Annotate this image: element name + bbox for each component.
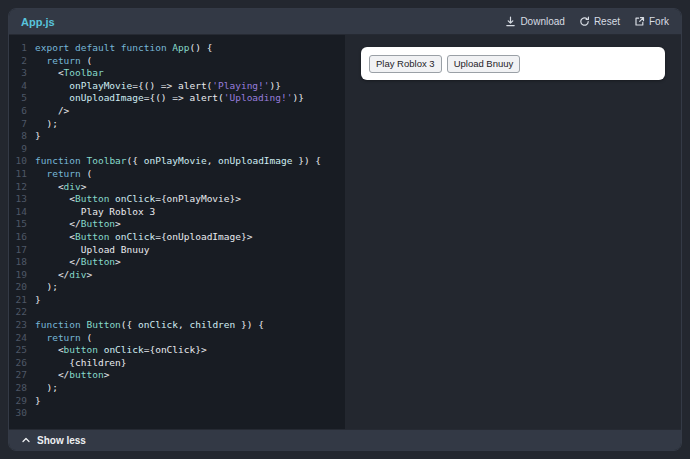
code-text: {children} [27,357,127,370]
reset-label: Reset [594,16,620,27]
code-text: ); [27,118,58,131]
code-line: 20 ); [9,281,345,294]
code-editor[interactable]: 1export default function App() {2 return… [9,35,345,429]
code-text: return ( [27,332,92,345]
line-number: 7 [9,118,27,131]
code-text: } [27,130,41,143]
code-line: 29} [9,395,345,408]
code-line: 18 </Button> [9,256,345,269]
sandbox-header: App.js Download Reset Fork [9,9,681,35]
code-text: } [27,395,41,408]
preview-pane: Play Roblox 3 Upload Bnuuy [345,35,681,429]
code-text: /> [27,105,69,118]
code-text: </Button> [27,256,121,269]
line-number: 3 [9,67,27,80]
show-less-bar: Show less [9,429,681,450]
code-text: <Toolbar [27,67,104,80]
line-number: 24 [9,332,27,345]
code-line: 22 [9,306,345,319]
code-text [27,306,35,319]
code-line: 6 /> [9,105,345,118]
code-text: </button> [27,369,109,382]
reset-icon [579,16,590,27]
line-number: 4 [9,80,27,93]
line-number: 20 [9,281,27,294]
code-text: ); [27,382,58,395]
line-number: 23 [9,319,27,332]
file-tab-label: App.js [21,16,55,28]
show-less-label: Show less [37,435,86,446]
code-text: } [27,294,41,307]
code-text [27,143,35,156]
line-number: 1 [9,42,27,55]
sandbox-content: 1export default function App() {2 return… [9,35,681,429]
preview-card: Play Roblox 3 Upload Bnuuy [361,47,665,80]
line-number: 21 [9,294,27,307]
code-line: 21} [9,294,345,307]
line-number: 5 [9,92,27,105]
line-number: 8 [9,130,27,143]
code-text: ); [27,281,58,294]
reset-button[interactable]: Reset [579,16,620,27]
code-line: 3 <Toolbar [9,67,345,80]
line-number: 25 [9,344,27,357]
code-line: 5 onUploadImage={() => alert('Uploading!… [9,92,345,105]
code-line: 23function Button({ onClick, children })… [9,319,345,332]
code-line: 13 <Button onClick={onPlayMovie}> [9,193,345,206]
code-line: 7 ); [9,118,345,131]
fork-label: Fork [649,16,669,27]
line-number: 19 [9,269,27,282]
chevron-up-icon [21,435,31,445]
code-line: 19 </div> [9,269,345,282]
preview-upload-button[interactable]: Upload Bnuuy [447,55,521,73]
code-text: <Button onClick={onPlayMovie}> [27,193,241,206]
line-number: 15 [9,218,27,231]
code-line: 28 ); [9,382,345,395]
download-icon [505,16,516,27]
code-line: 25 <button onClick={onClick}> [9,344,345,357]
code-text: <button onClick={onClick}> [27,344,207,357]
line-number: 18 [9,256,27,269]
code-text: function Toolbar({ onPlayMovie, onUpload… [27,155,321,168]
line-number: 9 [9,143,27,156]
line-number: 30 [9,407,27,420]
line-number: 13 [9,193,27,206]
download-label: Download [520,16,564,27]
code-line: 10function Toolbar({ onPlayMovie, onUplo… [9,155,345,168]
sandbox-frame: App.js Download Reset Fork [8,8,682,451]
code-line: 26 {children} [9,357,345,370]
line-number: 16 [9,231,27,244]
show-less-button[interactable]: Show less [21,435,86,446]
line-number: 26 [9,357,27,370]
code-line: 12 <div> [9,181,345,194]
line-number: 6 [9,105,27,118]
code-text: return ( [27,55,92,68]
code-text: return ( [27,168,92,181]
code-line: 8} [9,130,345,143]
code-text: onPlayMovie={() => alert('Playing!')} [27,80,281,93]
code-line: 9 [9,143,345,156]
line-number: 28 [9,382,27,395]
code-line: 27 </button> [9,369,345,382]
code-text: <Button onClick={onUploadImage}> [27,231,252,244]
code-line: 24 return ( [9,332,345,345]
download-button[interactable]: Download [505,16,564,27]
fork-icon [634,16,645,27]
code-line: 15 </Button> [9,218,345,231]
preview-play-button[interactable]: Play Roblox 3 [369,55,442,73]
code-line: 14 Play Roblox 3 [9,206,345,219]
code-line: 17 Upload Bnuuy [9,244,345,257]
code-lines: 1export default function App() {2 return… [9,42,345,420]
code-text [27,407,35,420]
code-text: </Button> [27,218,121,231]
code-text: Play Roblox 3 [27,206,155,219]
code-text: function Button({ onClick, children }) { [27,319,264,332]
code-text: <div> [27,181,87,194]
line-number: 2 [9,55,27,68]
code-line: 30 [9,407,345,420]
file-tab-appjs[interactable]: App.js [21,16,55,28]
fork-button[interactable]: Fork [634,16,669,27]
code-text: Upload Bnuuy [27,244,149,257]
line-number: 12 [9,181,27,194]
code-text: onUploadImage={() => alert('Uploading!')… [27,92,304,105]
